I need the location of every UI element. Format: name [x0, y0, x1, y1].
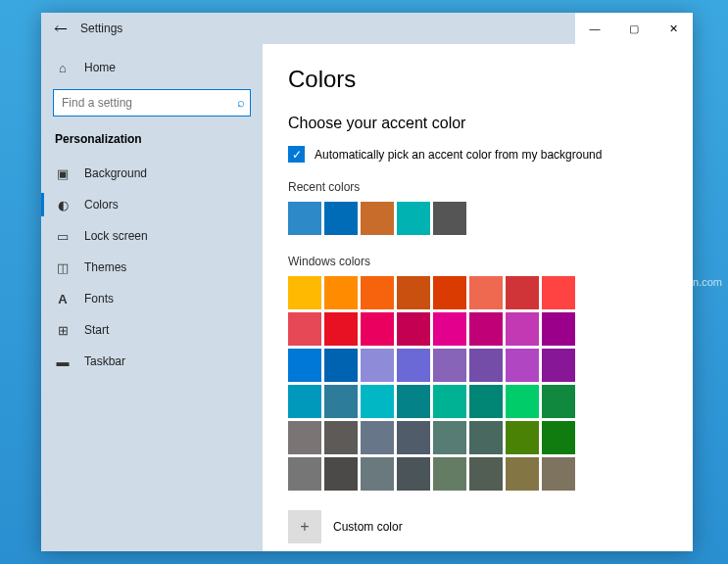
color-swatch[interactable] — [506, 349, 539, 382]
sidebar-item-label: Home — [84, 61, 116, 74]
color-swatch[interactable] — [288, 202, 321, 235]
plus-icon: + — [300, 518, 309, 536]
sidebar-item-label: Start — [84, 323, 109, 337]
sidebar-item-lockscreen[interactable]: ▭ Lock screen — [41, 220, 263, 252]
color-swatch[interactable] — [324, 312, 358, 346]
palette-icon: ◐ — [55, 197, 71, 212]
color-swatch[interactable] — [397, 349, 430, 382]
color-swatch[interactable] — [361, 457, 394, 491]
color-swatch[interactable] — [542, 276, 575, 309]
color-swatch[interactable] — [397, 457, 430, 491]
color-swatch[interactable] — [324, 202, 358, 235]
recent-colors-heading: Recent colors — [288, 180, 667, 194]
sidebar-item-taskbar[interactable]: ▬ Taskbar — [41, 346, 263, 377]
color-swatch[interactable] — [288, 312, 321, 346]
color-swatch[interactable] — [288, 457, 321, 491]
auto-accent-label: Automatically pick an accent color from … — [315, 148, 602, 162]
sidebar: ⌂ Home ⌕ Personalization ▣ Background ◐ … — [41, 44, 263, 551]
color-swatch[interactable] — [469, 276, 503, 309]
color-swatch[interactable] — [288, 421, 321, 454]
color-swatch[interactable] — [506, 421, 539, 454]
color-swatch[interactable] — [542, 312, 575, 346]
color-swatch[interactable] — [361, 421, 394, 454]
color-swatch[interactable] — [397, 385, 430, 418]
maximize-icon: ▢ — [629, 23, 639, 35]
close-button[interactable]: ✕ — [654, 13, 693, 44]
color-swatch[interactable] — [361, 202, 394, 235]
color-swatch[interactable] — [324, 349, 358, 382]
color-swatch[interactable] — [469, 312, 503, 346]
color-swatch[interactable] — [397, 421, 430, 454]
sidebar-item-label: Taskbar — [84, 354, 125, 368]
minimize-button[interactable]: — — [575, 13, 614, 44]
window-title: Settings — [80, 22, 122, 35]
color-swatch[interactable] — [433, 457, 466, 491]
settings-window: 🡐 Settings — ▢ ✕ ⌂ Home ⌕ Personalizatio… — [41, 13, 693, 551]
color-swatch[interactable] — [506, 457, 539, 491]
checkmark-icon: ✓ — [292, 148, 302, 162]
color-swatch[interactable] — [361, 385, 394, 418]
color-swatch[interactable] — [506, 312, 539, 346]
taskbar-icon: ▬ — [55, 353, 71, 369]
color-swatch[interactable] — [397, 276, 430, 309]
color-swatch[interactable] — [433, 276, 466, 309]
color-swatch[interactable] — [288, 349, 321, 382]
sidebar-item-label: Fonts — [84, 292, 114, 306]
color-swatch[interactable] — [397, 312, 430, 346]
color-swatch[interactable] — [506, 276, 539, 309]
color-swatch[interactable] — [288, 276, 321, 309]
auto-accent-row[interactable]: ✓ Automatically pick an accent color fro… — [288, 146, 667, 163]
fonts-icon: A — [55, 291, 71, 306]
color-swatch[interactable] — [542, 421, 575, 454]
color-swatch[interactable] — [469, 349, 503, 382]
sidebar-item-label: Background — [84, 166, 147, 180]
recent-colors-row — [288, 202, 667, 235]
close-icon: ✕ — [669, 23, 678, 35]
color-swatch[interactable] — [361, 312, 394, 346]
color-swatch[interactable] — [397, 202, 430, 235]
back-arrow-icon: 🡐 — [54, 21, 68, 36]
color-swatch[interactable] — [542, 385, 575, 418]
minimize-icon: — — [590, 23, 601, 34]
color-swatch[interactable] — [361, 349, 394, 382]
windows-colors-grid — [288, 276, 667, 491]
search-input[interactable] — [53, 89, 251, 117]
sidebar-item-label: Lock screen — [84, 229, 148, 243]
color-swatch[interactable] — [469, 421, 503, 454]
start-icon: ⊞ — [55, 322, 71, 338]
sidebar-item-colors[interactable]: ◐ Colors — [41, 189, 263, 220]
sidebar-item-label: Colors — [84, 198, 119, 212]
color-swatch[interactable] — [324, 457, 358, 491]
color-swatch[interactable] — [361, 276, 394, 309]
sidebar-section-label: Personalization — [41, 126, 263, 158]
color-swatch[interactable] — [324, 276, 358, 309]
watermark: wsxdn.com — [668, 276, 722, 288]
color-swatch[interactable] — [433, 385, 466, 418]
color-swatch[interactable] — [469, 457, 503, 491]
color-swatch[interactable] — [469, 385, 503, 418]
color-swatch[interactable] — [288, 385, 321, 418]
color-swatch[interactable] — [506, 385, 539, 418]
sidebar-item-background[interactable]: ▣ Background — [41, 158, 263, 189]
windows-colors-heading: Windows colors — [288, 255, 667, 268]
back-button[interactable]: 🡐 — [41, 13, 80, 44]
custom-color-button[interactable]: + — [288, 510, 321, 543]
home-icon: ⌂ — [55, 60, 71, 75]
color-swatch[interactable] — [433, 202, 466, 235]
page-title: Colors — [288, 66, 667, 93]
search-icon: ⌕ — [237, 95, 245, 110]
sidebar-item-home[interactable]: ⌂ Home — [41, 52, 263, 83]
color-swatch[interactable] — [324, 421, 358, 454]
sidebar-item-themes[interactable]: ◫ Themes — [41, 252, 263, 283]
color-swatch[interactable] — [542, 457, 575, 491]
sidebar-item-fonts[interactable]: A Fonts — [41, 283, 263, 314]
auto-accent-checkbox[interactable]: ✓ — [288, 146, 305, 163]
color-swatch[interactable] — [542, 349, 575, 382]
color-swatch[interactable] — [433, 421, 466, 454]
sidebar-item-label: Themes — [84, 260, 126, 274]
color-swatch[interactable] — [433, 349, 466, 382]
color-swatch[interactable] — [433, 312, 466, 346]
sidebar-item-start[interactable]: ⊞ Start — [41, 314, 263, 346]
color-swatch[interactable] — [324, 385, 358, 418]
maximize-button[interactable]: ▢ — [614, 13, 654, 44]
